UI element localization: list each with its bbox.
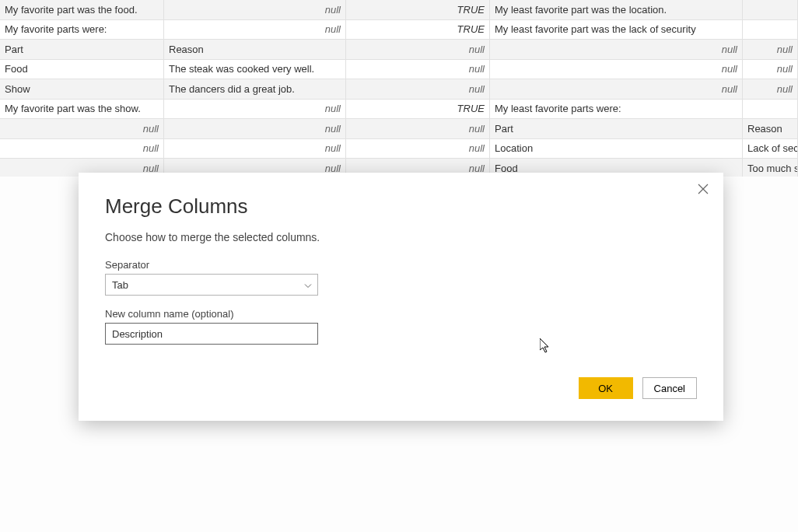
table-cell[interactable]: null [346, 60, 490, 79]
table-cell[interactable]: TRUE [346, 20, 490, 40]
table-cell[interactable]: null [164, 139, 346, 159]
table-cell[interactable]: null [346, 79, 490, 99]
table-cell[interactable]: null [490, 60, 743, 79]
table-cell[interactable]: Too much salt [743, 159, 798, 178]
table-row[interactable]: FoodThe steak was cooked very well.nulln… [0, 60, 798, 80]
table-cell[interactable]: null [164, 0, 346, 19]
table-cell[interactable]: TRUE [346, 0, 490, 19]
table-cell[interactable]: My least favorite part was the lack of s… [490, 20, 743, 40]
table-row[interactable]: PartReasonnullnullnull [0, 40, 798, 60]
table-cell[interactable]: null [0, 139, 164, 159]
dialog-subtitle: Choose how to merge the selected columns… [105, 231, 697, 243]
table-cell[interactable]: null [0, 119, 164, 138]
table-cell[interactable]: My favorite part was the show. [0, 100, 164, 119]
table-cell[interactable]: Show [0, 79, 164, 99]
table-row[interactable]: ShowThe dancers did a great job.nullnull… [0, 79, 798, 100]
data-grid[interactable]: My favorite part was the food.nullTRUEMy… [0, 0, 798, 198]
table-cell[interactable]: TRUE [346, 100, 490, 119]
table-row[interactable]: nullnullnullPartReason [0, 119, 798, 139]
table-cell[interactable]: null [743, 60, 798, 79]
table-cell[interactable]: Lack of security [743, 139, 798, 159]
table-cell[interactable]: null [164, 20, 346, 40]
table-cell[interactable]: The steak was cooked very well. [164, 60, 346, 79]
ok-button[interactable]: OK [579, 377, 633, 399]
table-cell[interactable]: Location [490, 139, 743, 159]
column-name-label: New column name (optional) [105, 308, 697, 320]
table-cell[interactable]: Part [0, 40, 164, 59]
cancel-button[interactable]: Cancel [642, 377, 697, 399]
table-cell[interactable]: My favorite parts were: [0, 20, 164, 40]
table-cell[interactable]: The dancers did a great job. [164, 79, 346, 99]
table-cell[interactable]: null [164, 119, 346, 138]
table-cell[interactable]: Reason [164, 40, 346, 59]
column-name-input[interactable] [105, 323, 318, 345]
table-cell[interactable]: null [490, 40, 743, 59]
table-cell[interactable]: My favorite part was the food. [0, 0, 164, 19]
table-cell[interactable] [743, 100, 798, 119]
table-cell[interactable]: Part [490, 119, 743, 138]
close-icon [698, 182, 709, 198]
table-cell[interactable]: null [346, 119, 490, 138]
separator-value: Tab [112, 279, 128, 291]
table-row[interactable]: My favorite parts were:nullTRUEMy least … [0, 20, 798, 40]
merge-columns-dialog: Merge Columns Choose how to merge the se… [79, 173, 723, 421]
table-row[interactable]: My favorite part was the food.nullTRUEMy… [0, 0, 798, 20]
table-cell[interactable]: Reason [743, 119, 798, 138]
separator-select[interactable]: Tab [105, 274, 318, 296]
table-cell[interactable]: My least favorite parts were: [490, 100, 743, 119]
separator-label: Separator [105, 259, 697, 271]
table-cell[interactable]: null [743, 79, 798, 99]
table-cell[interactable]: My least favorite part was the location. [490, 0, 743, 19]
dialog-title: Merge Columns [105, 194, 697, 219]
table-cell[interactable]: null [346, 40, 490, 59]
close-button[interactable] [694, 180, 712, 199]
table-cell[interactable]: null [346, 139, 490, 159]
table-cell[interactable]: null [164, 100, 346, 119]
table-cell[interactable] [743, 0, 798, 19]
table-cell[interactable]: null [743, 40, 798, 59]
table-row[interactable]: nullnullnullLocationLack of security [0, 139, 798, 159]
table-cell[interactable] [743, 20, 798, 40]
table-row[interactable]: My favorite part was the show.nullTRUEMy… [0, 100, 798, 120]
table-cell[interactable]: null [490, 79, 743, 99]
table-cell[interactable]: Food [0, 60, 164, 79]
